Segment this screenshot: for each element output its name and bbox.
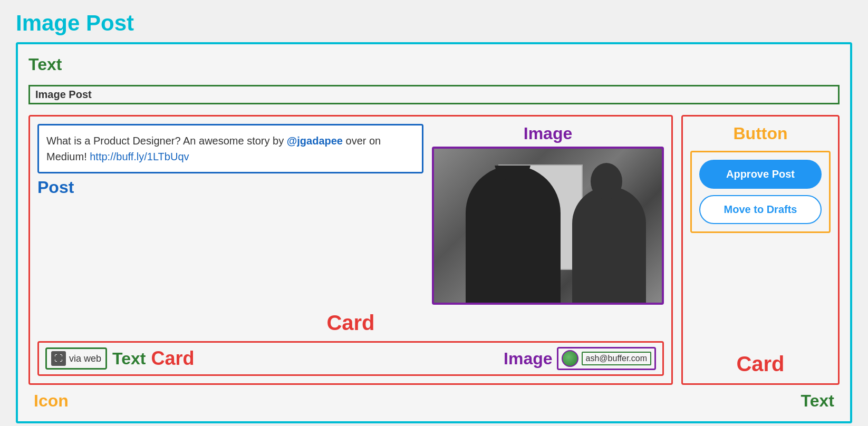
button-section-label: Button bbox=[690, 124, 831, 143]
post-section: What is a Product Designer? An awesome s… bbox=[37, 124, 423, 305]
image-label: Image bbox=[432, 124, 664, 143]
avatar-email-container: ash@buffer.com bbox=[557, 347, 656, 370]
page-wrapper: Image Post Text Image Post What is a Pro… bbox=[0, 0, 868, 426]
via-web-badge: ⛶ via web bbox=[45, 347, 107, 370]
bottom-labels-row: Icon Text bbox=[28, 391, 840, 411]
person-right-silhouette bbox=[572, 187, 646, 303]
text-section-label: Text bbox=[28, 55, 840, 74]
text-label-bottom: Text bbox=[801, 391, 834, 411]
right-card: Button Approve Post Move to Drafts Card bbox=[681, 115, 840, 385]
page-title: Image Post bbox=[16, 11, 852, 36]
image-bw bbox=[434, 149, 662, 303]
mention-text: @jgadapee bbox=[287, 135, 343, 147]
post-text: What is a Product Designer? An awesome s… bbox=[46, 135, 287, 147]
move-to-drafts-button[interactable]: Move to Drafts bbox=[699, 195, 822, 224]
content-area: What is a Product Designer? An awesome s… bbox=[37, 124, 664, 305]
approve-post-button[interactable]: Approve Post bbox=[699, 160, 822, 189]
bottom-image-label: Image bbox=[504, 349, 552, 369]
left-card-label: Card bbox=[37, 311, 664, 335]
email-text: ash@buffer.com bbox=[582, 352, 651, 365]
person-left-silhouette bbox=[466, 166, 561, 303]
bottom-right-section: Image ash@buffer.com bbox=[504, 347, 656, 370]
post-link[interactable]: http://buff.ly/1LTbUqv bbox=[90, 151, 189, 162]
post-text-box: What is a Product Designer? An awesome s… bbox=[37, 124, 423, 173]
bottom-text-label: Text bbox=[112, 349, 146, 369]
button-area: Approve Post Move to Drafts bbox=[690, 151, 831, 233]
icon-label: Icon bbox=[34, 391, 69, 411]
bottom-bar: ⛶ via web Text Card Image ash@buffer.com bbox=[37, 341, 664, 376]
outer-card: Text Image Post What is a Product Design… bbox=[16, 42, 852, 423]
image-container bbox=[432, 147, 664, 305]
image-section: Image bbox=[432, 124, 664, 305]
image-post-tag: Image Post bbox=[28, 85, 840, 104]
via-web-text: via web bbox=[69, 353, 101, 364]
left-card: What is a Product Designer? An awesome s… bbox=[28, 115, 673, 385]
avatar bbox=[562, 350, 578, 367]
main-row: What is a Product Designer? An awesome s… bbox=[28, 115, 840, 385]
image-post-icon: ⛶ bbox=[51, 351, 66, 366]
post-label: Post bbox=[37, 178, 423, 197]
right-card-label: Card bbox=[690, 352, 831, 376]
bottom-card-label: Card bbox=[151, 347, 194, 370]
